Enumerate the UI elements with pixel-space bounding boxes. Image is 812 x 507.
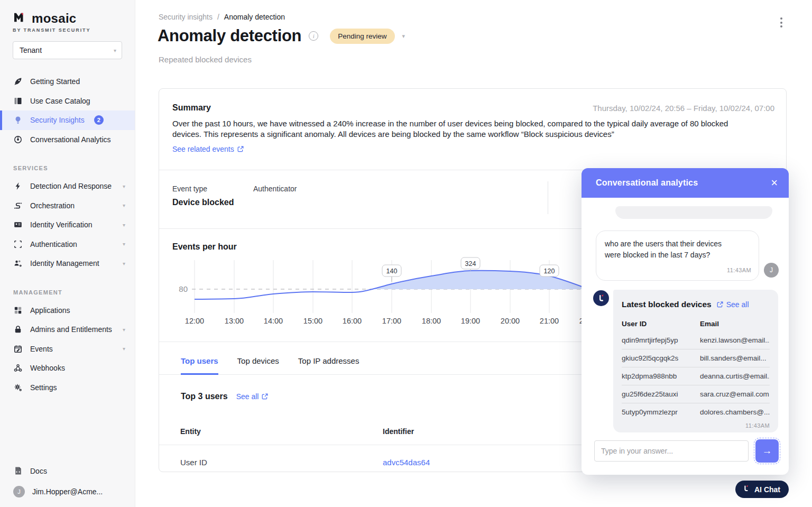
services-heading: SERVICES: [13, 165, 135, 171]
sidebar-item-label: Orchestration: [30, 201, 75, 210]
sidebar-item-events[interactable]: Events ▾: [0, 339, 135, 359]
chevron-down-icon[interactable]: ▾: [123, 261, 125, 266]
mosaic-logo-icon: [13, 12, 27, 25]
svg-text:21:00: 21:00: [540, 317, 559, 325]
close-icon[interactable]: ×: [771, 177, 778, 189]
sidebar: mosaic BY TRANSMIT SECURITY Tenant ▾ Get…: [0, 0, 135, 507]
sidebar-item-admins-entitlements[interactable]: Admins and Entitlements ▾: [0, 320, 135, 339]
sidebar-item-label: Use Case Catalog: [30, 97, 90, 105]
user-message-bubble: who are the users that their devices wer…: [596, 231, 759, 281]
sidebar-item-getting-started[interactable]: Getting Started: [0, 72, 135, 91]
chevron-down-icon[interactable]: ▾: [123, 327, 125, 333]
chevron-down-icon[interactable]: ▾: [123, 183, 125, 189]
table-row: gkiuc92l5qcgqk2s bill.sanders@email...: [622, 349, 770, 367]
sidebar-main-nav: Getting Started Use Case Catalog Securit…: [0, 72, 135, 149]
id-card-icon: [13, 220, 23, 229]
summary-body: Over the past 10 hours, we have witnesse…: [172, 118, 743, 140]
column-header-email: Email: [700, 320, 770, 328]
tabs: Top users Top devices Top IP addresses: [181, 356, 359, 375]
ai-chat-button[interactable]: AI Chat: [735, 481, 789, 498]
kebab-menu-icon[interactable]: [778, 15, 785, 30]
chat-answer-input[interactable]: [594, 440, 749, 462]
svg-text:16:00: 16:00: [343, 317, 362, 325]
svg-text:14:00: 14:00: [264, 317, 283, 325]
management-heading: MANAGEMENT: [13, 289, 135, 296]
sidebar-item-detection-and-response[interactable]: Detection And Response ▾: [0, 177, 135, 196]
orchestration-icon: [13, 201, 23, 210]
tab-top-users[interactable]: Top users: [181, 356, 218, 375]
see-related-events-link[interactable]: See related events: [172, 145, 244, 153]
gears-icon: [13, 383, 23, 392]
chat-see-all-link[interactable]: See all: [717, 300, 749, 309]
message-timestamp: 11:43AM: [622, 422, 770, 429]
chevron-down-icon[interactable]: ▾: [123, 346, 125, 352]
user-email-label: Jim.Hopper@Acme...: [32, 487, 103, 496]
see-all-link[interactable]: See all: [236, 392, 269, 401]
sidebar-user-menu[interactable]: J Jim.Hopper@Acme...: [0, 481, 135, 503]
previous-message-bubble-partial: [615, 206, 772, 219]
chevron-down-icon[interactable]: ▾: [123, 222, 125, 228]
sidebar-item-identity-verification[interactable]: Identity Verification ▾: [0, 215, 135, 235]
svg-text:20:00: 20:00: [501, 317, 520, 325]
breadcrumb-parent[interactable]: Security insights: [159, 13, 213, 21]
vertical-divider: [548, 181, 548, 214]
table-row-identifier-link[interactable]: advc54das64: [383, 458, 430, 467]
column-header-identifier: Identifier: [383, 427, 414, 436]
scan-icon: [13, 240, 23, 248]
table-row: qdin9mrtjirfepj5yp kenzi.lawson@email...: [622, 331, 770, 349]
svg-text:13:00: 13:00: [225, 317, 244, 325]
chevron-down-icon[interactable]: ▾: [123, 202, 125, 208]
tab-top-devices[interactable]: Top devices: [237, 356, 279, 375]
radar-icon: [13, 135, 23, 144]
tenant-selector[interactable]: Tenant ▾: [13, 41, 122, 59]
sidebar-item-applications[interactable]: Applications: [0, 301, 135, 320]
sidebar-item-identity-management[interactable]: Identity Management ▾: [0, 254, 135, 273]
sidebar-item-label: Detection And Response: [30, 182, 112, 190]
avatar: J: [764, 263, 779, 278]
tab-top-ip-addresses[interactable]: Top IP addresses: [298, 356, 359, 375]
chat-see-all-label: See all: [726, 300, 749, 309]
svg-text:19:00: 19:00: [461, 317, 480, 325]
rocket-icon: [13, 77, 23, 86]
see-all-label: See all: [236, 392, 259, 401]
sidebar-item-orchestration[interactable]: Orchestration ▾: [0, 196, 135, 216]
svg-text:17:00: 17:00: [382, 317, 401, 325]
message-timestamp: 11:43AM: [727, 267, 751, 273]
lightbulb-icon: [13, 116, 23, 124]
sidebar-item-docs[interactable]: Docs: [0, 462, 135, 481]
column-header-entity: Entity: [180, 427, 201, 436]
sidebar-item-label: Security Insights: [30, 116, 85, 124]
arrow-right-icon: →: [762, 445, 772, 457]
transmit-bot-avatar: [593, 290, 609, 306]
page-subtitle: Repeated blocked devices: [159, 55, 252, 64]
blocked-devices-table: User ID Email qdin9mrtjirfepj5yp kenzi.l…: [622, 316, 770, 421]
status-badge[interactable]: Pending review: [330, 29, 394, 44]
svg-text:324: 324: [465, 260, 476, 268]
chat-header: Conversational analytics ×: [582, 168, 789, 198]
send-button[interactable]: →: [755, 439, 779, 463]
chevron-down-icon[interactable]: ▾: [123, 241, 125, 247]
sidebar-item-conversational-analytics[interactable]: Conversational Analytics: [0, 130, 135, 150]
tenant-selector-value: Tenant: [20, 46, 42, 54]
sidebar-item-security-insights[interactable]: Security Insights 2: [0, 110, 135, 130]
sidebar-item-authentication[interactable]: Authentication ▾: [0, 235, 135, 254]
chevron-down-icon[interactable]: ▾: [402, 33, 405, 40]
sidebar-item-label: Getting Started: [30, 77, 80, 86]
info-icon[interactable]: i: [309, 31, 318, 41]
table-row: gu25f6dez25tauxi sara.cruz@email.com: [622, 385, 770, 403]
summary-title: Summary: [172, 103, 211, 113]
transmit-logo-icon: [742, 484, 750, 494]
security-insights-count-badge: 2: [94, 115, 104, 125]
sidebar-item-use-case-catalog[interactable]: Use Case Catalog: [0, 91, 135, 111]
grid-icon: [13, 306, 23, 315]
chat-input-row: →: [594, 439, 779, 463]
sidebar-item-webhooks[interactable]: Webhooks: [0, 358, 135, 378]
table-row-entity: User ID: [180, 458, 207, 467]
table-header-row: User ID Email: [622, 316, 770, 331]
bot-message-bubble: Latest blocked devices See all User ID E…: [613, 290, 778, 432]
sidebar-services-nav: Detection And Response ▾ Orchestration ▾…: [0, 177, 135, 273]
sidebar-item-settings[interactable]: Settings: [0, 378, 135, 398]
brand-name: mosaic: [32, 12, 77, 25]
x-axis-ticks: 12:00 13:00 14:00 15:00 16:00 17:00 18:0…: [185, 317, 598, 325]
authenticator-label: Authenticator: [253, 185, 297, 193]
